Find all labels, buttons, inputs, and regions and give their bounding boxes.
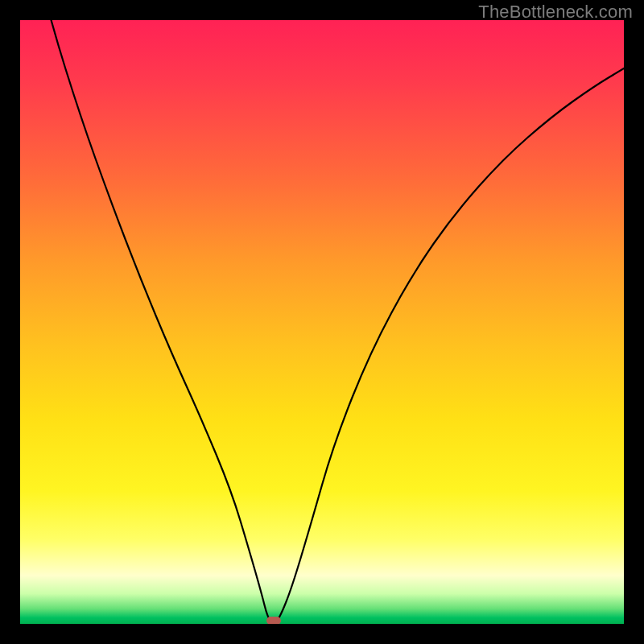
minimum-marker xyxy=(266,617,281,624)
bottleneck-curve xyxy=(20,20,624,624)
watermark-text: TheBottleneck.com xyxy=(478,2,633,23)
chart-frame: TheBottleneck.com xyxy=(0,0,644,644)
plot-area xyxy=(20,20,624,624)
